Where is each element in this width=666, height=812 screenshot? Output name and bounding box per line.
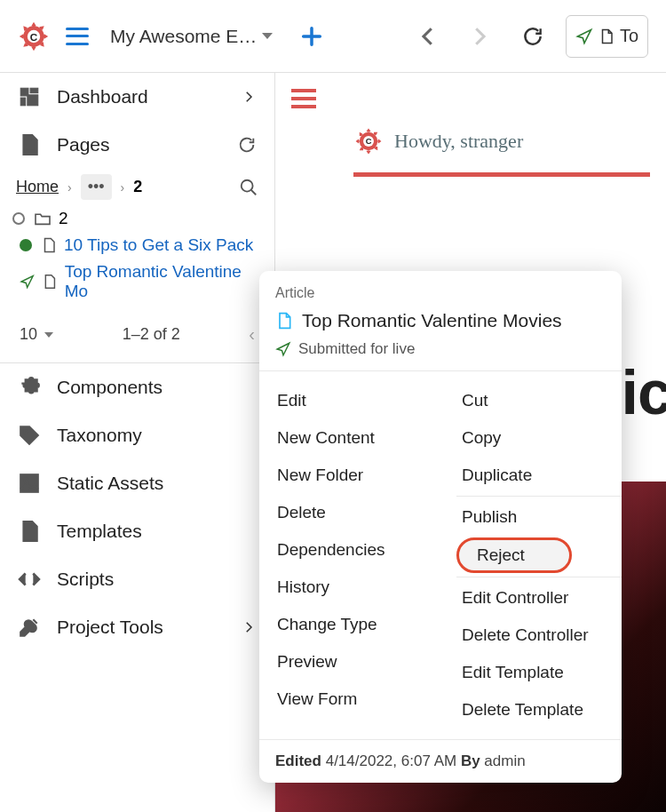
search-icon[interactable]: [239, 178, 258, 197]
puzzle-icon: [18, 376, 41, 399]
image-icon: [18, 472, 41, 495]
sidebar-label: Taxonomy: [57, 425, 142, 446]
ctx-cut[interactable]: Cut: [440, 382, 622, 419]
context-menu-status: Submitted for live: [298, 340, 415, 358]
sidebar-item-components[interactable]: Components: [0, 363, 274, 411]
ctx-new-content[interactable]: New Content: [259, 419, 440, 457]
context-menu-footer: Edited 4/14/2022, 6:07 AM By admin: [259, 739, 622, 783]
sidebar-item-project-tools[interactable]: Project Tools: [0, 603, 274, 651]
sidebar-label: Scripts: [57, 569, 114, 590]
svg-point-10: [25, 479, 28, 482]
svg-point-8: [24, 430, 27, 433]
status-indicator: [20, 239, 32, 251]
refresh-icon[interactable]: [237, 135, 257, 155]
greeting-text: Howdy, stranger: [394, 130, 523, 153]
tree-root[interactable]: 2: [0, 205, 274, 232]
ctx-new-folder[interactable]: New Folder: [259, 457, 440, 494]
sidebar-label: Dashboard: [57, 86, 148, 107]
ctx-change-type[interactable]: Change Type: [259, 606, 440, 643]
breadcrumb: Home › ••• › 2: [0, 169, 274, 205]
ctx-edit-template[interactable]: Edit Template: [440, 654, 622, 691]
sidebar-label: Project Tools: [57, 617, 163, 638]
tree-item[interactable]: 10 Tips to Get a Six Pack: [0, 232, 274, 259]
breadcrumb-home[interactable]: Home: [16, 178, 59, 196]
paper-plane-icon: [275, 341, 291, 357]
preview-heading: ic: [622, 357, 666, 428]
code-icon: [18, 568, 41, 591]
ctx-history[interactable]: History: [259, 569, 440, 606]
paper-plane-icon: [575, 28, 593, 45]
divider: [456, 496, 622, 497]
svg-rect-6: [28, 95, 38, 106]
svg-rect-4: [30, 88, 38, 92]
chevron-right-icon: [241, 89, 257, 105]
logo-icon: C: [353, 126, 384, 156]
divider: [456, 577, 622, 577]
context-menu: Article Top Romantic Valentine Movies Su…: [259, 271, 622, 783]
sidebar-item-dashboard[interactable]: Dashboard: [0, 73, 274, 121]
ctx-delete-controller[interactable]: Delete Controller: [440, 617, 622, 654]
svg-rect-9: [20, 474, 38, 492]
tree-item-link[interactable]: 10 Tips to Get a Six Pack: [64, 235, 253, 255]
context-menu-title: Top Romantic Valentine Movies: [302, 310, 562, 331]
caret-down-icon: [262, 33, 273, 39]
ctx-delete-template[interactable]: Delete Template: [440, 691, 622, 728]
sidebar-item-templates[interactable]: Templates: [0, 507, 274, 555]
ctx-edit[interactable]: Edit: [259, 382, 440, 419]
page-icon: [599, 27, 614, 46]
address-bar[interactable]: To: [566, 15, 648, 58]
sidebar-label: Templates: [57, 521, 142, 542]
breadcrumb-current: 2: [133, 178, 142, 196]
sidebar-item-scripts[interactable]: Scripts: [0, 555, 274, 603]
ctx-duplicate[interactable]: Duplicate: [440, 457, 622, 494]
svg-rect-5: [20, 98, 25, 106]
project-selector[interactable]: My Awesome E…: [110, 26, 273, 47]
ctx-preview[interactable]: Preview: [259, 643, 440, 681]
tree-item[interactable]: Top Romantic Valentine Mo: [0, 259, 274, 305]
divider: [353, 172, 650, 177]
menu-toggle-icon[interactable]: [66, 28, 89, 45]
preview-menu-icon[interactable]: [291, 89, 316, 108]
footer-label: By: [461, 752, 480, 769]
ctx-edit-controller[interactable]: Edit Controller: [440, 579, 622, 617]
folder-icon: [34, 211, 52, 226]
footer-user: admin: [484, 752, 525, 769]
sidebar-item-taxonomy[interactable]: Taxonomy: [0, 411, 274, 459]
project-name: My Awesome E…: [110, 26, 257, 47]
address-label: To: [620, 26, 638, 46]
pager-prev[interactable]: ‹: [249, 324, 255, 345]
tree-root-label: 2: [59, 209, 68, 228]
refresh-button[interactable]: [521, 25, 544, 48]
paper-plane-icon: [20, 274, 35, 290]
tools-icon: [18, 616, 41, 639]
sidebar-item-pages[interactable]: Pages: [0, 121, 274, 169]
sidebar-label: Static Assets: [57, 473, 163, 494]
sidebar-item-static-assets[interactable]: Static Assets: [0, 459, 274, 507]
chevron-right-icon: [241, 619, 257, 635]
caret-down-icon: [44, 332, 53, 338]
dashboard-icon: [18, 85, 41, 108]
tree-item-link[interactable]: Top Romantic Valentine Mo: [65, 262, 262, 301]
ctx-copy[interactable]: Copy: [440, 419, 622, 457]
forward-button[interactable]: [466, 23, 493, 50]
pages-icon: [18, 133, 41, 156]
breadcrumb-ellipsis[interactable]: •••: [81, 174, 112, 200]
pager: 10 1–2 of 2 ‹: [0, 305, 274, 363]
page-size-selector[interactable]: 10: [20, 325, 53, 344]
footer-label: Edited: [275, 752, 321, 769]
back-button[interactable]: [415, 23, 441, 50]
ctx-reject[interactable]: Reject: [456, 537, 572, 573]
sidebar-label: Pages: [57, 134, 110, 155]
file-icon: [18, 520, 41, 543]
ctx-view-form[interactable]: View Form: [259, 681, 440, 718]
svg-text:C: C: [366, 137, 372, 146]
add-button[interactable]: [299, 24, 324, 49]
context-menu-type: Article: [275, 285, 606, 301]
page-size-value: 10: [20, 325, 37, 344]
svg-point-7: [242, 179, 253, 191]
ctx-publish[interactable]: Publish: [440, 498, 622, 536]
page-icon: [41, 237, 57, 253]
ctx-delete[interactable]: Delete: [259, 494, 440, 531]
ctx-dependencies[interactable]: Dependencies: [259, 531, 440, 569]
sidebar: Dashboard Pages Home › ••• › 2 2 10 Tips…: [0, 73, 275, 812]
